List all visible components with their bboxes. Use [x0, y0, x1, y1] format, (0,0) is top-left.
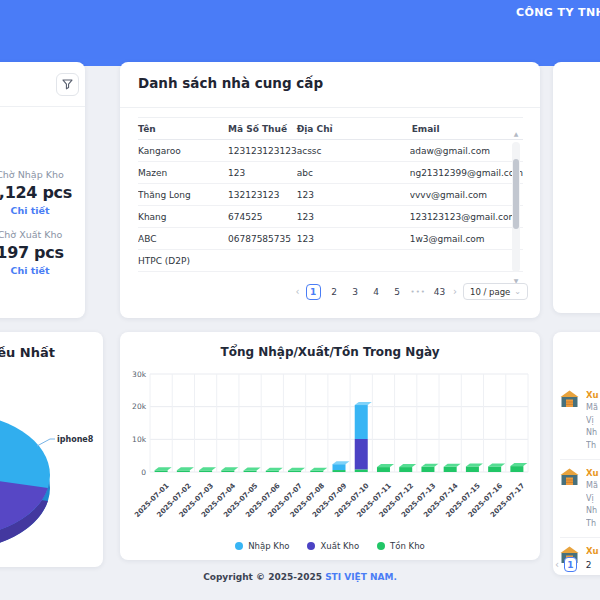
bar-segment[interactable]	[221, 470, 234, 472]
stats-box: Chờ Nhập Kho 3,124 pcs Chi tiết Chờ Xuất…	[0, 169, 85, 289]
activity-list: XuMãVịNhTh XuMãVịNhTh Xu	[560, 382, 600, 575]
activity-item[interactable]: XuMãVịNhTh	[560, 382, 600, 460]
page-button-43[interactable]: 43	[432, 284, 447, 300]
bar-segment[interactable]	[510, 466, 523, 472]
activity-card: XuMãVịNhTh XuMãVịNhTh Xu ‹12	[553, 332, 600, 575]
svg-text:10k: 10k	[132, 435, 147, 444]
chevron-down-icon: ⌄	[514, 287, 521, 296]
stat-detail-link-outbound[interactable]: Chi tiết	[0, 265, 85, 276]
activity-item[interactable]: XuMãVịNhTh	[560, 460, 600, 538]
table-cell: ABC	[138, 228, 228, 250]
legend-item-Tồn Kho[interactable]: Tồn Kho	[377, 541, 425, 551]
stat-label-inbound: Chờ Nhập Kho	[0, 169, 85, 180]
stat-label-outbound: Chờ Xuất Kho	[0, 229, 85, 240]
svg-text:20k: 20k	[132, 402, 147, 411]
table-row[interactable]: Khang674525123123123123@gmail.com	[138, 206, 523, 228]
table-header-row: TênMã Số ThuếĐịa ChỉEmail	[138, 118, 523, 140]
activity-item-line: Vị	[586, 493, 599, 506]
bar-segment[interactable]	[377, 467, 390, 472]
table-row[interactable]: ABC067875857351231w3@gmail.com	[138, 228, 523, 250]
bar-segment[interactable]	[199, 470, 212, 472]
legend-dot	[377, 542, 385, 550]
activity-item-line: Mã	[586, 480, 599, 493]
stat-value-outbound: 197 pcs	[0, 243, 85, 262]
bar-segment[interactable]	[466, 466, 479, 472]
app-header: CÔNG TY TNHH	[0, 0, 600, 66]
table-row[interactable]: Kh	[138, 272, 523, 275]
table-cell: ng21312399@gmail.com	[410, 162, 523, 184]
table-cell: 674525	[228, 206, 297, 228]
bar-segment[interactable]	[488, 466, 501, 472]
table-cell: 06787585735	[228, 228, 297, 250]
next-page-icon[interactable]: ›	[453, 286, 457, 297]
bar-segment[interactable]	[355, 469, 368, 472]
bar-segment[interactable]	[444, 467, 457, 472]
table-cell	[410, 250, 523, 272]
bar-segment[interactable]	[288, 471, 301, 472]
activity-item-line: Nh	[586, 427, 599, 440]
legend-item-Nhập Kho[interactable]: Nhập Kho	[235, 541, 289, 551]
svg-text:0: 0	[141, 468, 146, 477]
bar-segment[interactable]	[266, 471, 279, 472]
legend-dot	[307, 542, 315, 550]
table-cell: adaw@gmail.com	[410, 140, 523, 162]
bar-segment[interactable]	[155, 470, 168, 472]
page-button-2[interactable]: 2	[582, 557, 595, 572]
table-row[interactable]: Thăng Long132123123123vvvv@gmail.com	[138, 184, 523, 206]
prev-page-icon[interactable]: ‹	[555, 559, 559, 570]
scrollbar-thumb[interactable]	[513, 159, 519, 229]
stat-detail-link-inbound[interactable]: Chi tiết	[0, 205, 85, 216]
warehouse-icon	[560, 390, 579, 408]
activity-item-line: Vị	[586, 415, 599, 428]
page-button-5[interactable]: 5	[390, 284, 405, 300]
bar-segment[interactable]	[333, 470, 346, 472]
scroll-up-icon[interactable]: ▲	[512, 130, 520, 137]
activity-item-line: Th	[586, 440, 599, 453]
prev-page-icon[interactable]: ‹	[296, 286, 300, 297]
legend-label: Nhập Kho	[248, 541, 289, 551]
bar-segment[interactable]	[421, 467, 434, 472]
bar-segment[interactable]	[355, 405, 368, 439]
pie-card: hiều Nhất iphone8	[0, 332, 103, 567]
table-cell: 132123123	[228, 184, 297, 206]
page-size-select[interactable]: 10 / page⌄	[463, 283, 528, 300]
bar-segment[interactable]	[177, 470, 190, 472]
warehouse-icon	[560, 468, 579, 486]
brand-link[interactable]: STI VIỆT NAM.	[325, 572, 397, 582]
table-row[interactable]: Kangaroo123123123123acsscadaw@gmail.com	[138, 140, 523, 162]
table-cell: acssc	[297, 140, 410, 162]
legend-label: Xuất Kho	[320, 541, 359, 551]
top-right-card	[553, 62, 600, 313]
table-cell	[228, 272, 297, 275]
page-button-4[interactable]: 4	[369, 284, 384, 300]
legend-item-Xuất Kho[interactable]: Xuất Kho	[307, 541, 359, 551]
table-cell: HTPC (D2P)	[138, 250, 228, 272]
table-scrollbar[interactable]: ▲ ▼	[512, 142, 520, 272]
bar-chart[interactable]: 010k20k30k2025-07-012025-07-022025-07-03…	[120, 364, 540, 536]
table-row[interactable]: Mazen123abcng21312399@gmail.com	[138, 162, 523, 184]
bar-segment[interactable]	[333, 464, 346, 470]
page-button-2[interactable]: 2	[327, 284, 342, 300]
page-button-1[interactable]: 1	[564, 557, 577, 572]
suppliers-pagination: ‹12345•••43›10 / page⌄	[296, 283, 528, 300]
bar-segment[interactable]	[310, 471, 323, 472]
footer: Copyright © 2025-2025 STI VIỆT NAM.	[0, 572, 600, 582]
table-row[interactable]: HTPC (D2P)	[138, 250, 523, 272]
bar-chart-legend: Nhập KhoXuất KhoTồn Kho	[120, 541, 540, 551]
company-title: CÔNG TY TNHH	[516, 6, 600, 19]
column-header-2: Địa Chỉ	[297, 118, 410, 140]
bar-chart-title: Tổng Nhập/Xuất/Tồn Trong Ngày	[120, 345, 540, 359]
bar-segment[interactable]	[244, 471, 257, 472]
page-button-1[interactable]: 1	[306, 284, 321, 300]
table-cell: 123123123@gmail.com	[410, 206, 523, 228]
table-cell: Khang	[138, 206, 228, 228]
filter-button[interactable]	[56, 73, 79, 96]
bar-segment[interactable]	[399, 467, 412, 472]
table-cell	[297, 272, 410, 275]
bar-segment[interactable]	[355, 439, 368, 469]
page-button-3[interactable]: 3	[348, 284, 363, 300]
pie-chart[interactable]: iphone8	[0, 332, 103, 567]
table-cell: 123	[297, 228, 410, 250]
svg-text:30k: 30k	[132, 370, 147, 379]
table-cell: 123	[297, 184, 410, 206]
